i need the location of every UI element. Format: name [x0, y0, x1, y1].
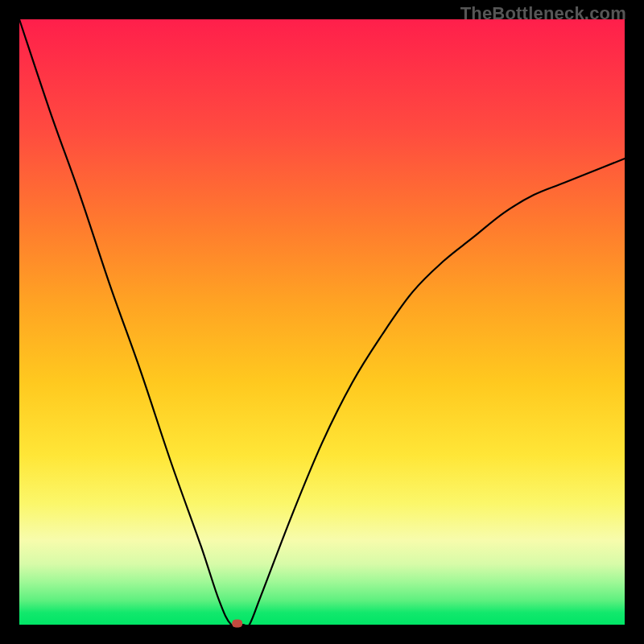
plot-area [19, 19, 625, 625]
marker-point [233, 620, 242, 627]
bottleneck-curve [19, 19, 625, 627]
watermark-text: TheBottleneck.com [460, 3, 626, 24]
chart-svg [19, 19, 625, 625]
